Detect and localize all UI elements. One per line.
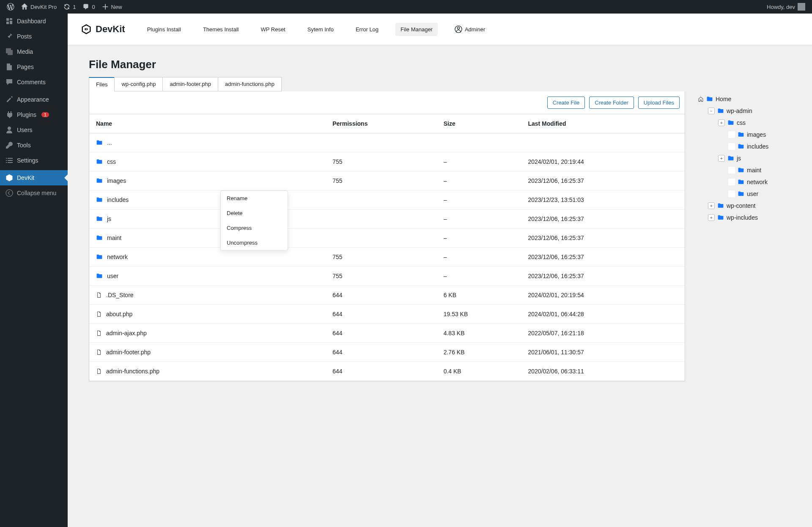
wp-logo[interactable] [3,0,18,14]
col-name[interactable]: Name [89,114,327,133]
sidebar-item-comments[interactable]: Comments [0,74,68,90]
plugin-nav-plugins-install[interactable]: Plugins Install [142,23,186,36]
file-icon [96,349,102,355]
context-compress[interactable]: Compress [221,221,288,235]
plugin-nav-error-log[interactable]: Error Log [351,23,384,36]
plugin-nav-label: Adminer [465,26,485,33]
tab-admin-footer-php[interactable]: admin-footer.php [162,77,218,91]
tree-panel: Home − wp-admin + css [698,91,791,381]
context-rename[interactable]: Rename [221,191,288,206]
sidebar-item-posts[interactable]: Posts [0,29,68,44]
file-name: user [107,273,118,279]
wordpress-icon [7,3,14,11]
howdy-link[interactable]: Howdy, dev [763,0,809,14]
comments-link[interactable]: 0 [79,0,98,14]
tree-expand-icon[interactable]: + [718,119,725,126]
file-panel: Create File Create Folder Upload Files N… [89,91,685,381]
folder-icon [96,273,103,279]
sidebar-item-label: Collapse menu [17,190,56,196]
create-file-button[interactable]: Create File [547,97,585,109]
sidebar-item-collapse-menu[interactable]: Collapse menu [0,185,68,201]
tree-images[interactable]: images [698,129,791,141]
tree-expand-icon[interactable]: + [708,202,715,209]
table-row[interactable]: ... [89,133,685,152]
sidebar-item-appearance[interactable]: Appearance [0,92,68,107]
table-row[interactable]: admin-functions.php6440.4 KB2020/02/06, … [89,362,685,381]
plugin-nav-adminer[interactable]: Adminer [450,22,490,36]
plugin-nav-sytem-info[interactable]: Sytem Info [302,23,339,36]
tree-wp-content[interactable]: + wp-content [698,200,791,212]
table-row[interactable]: .DS_Store6446 KB2024/02/01, 20:19:54 [89,286,685,305]
tree-includes[interactable]: includes [698,141,791,152]
site-name-link[interactable]: DevKit Pro [18,0,60,14]
context-uncompress[interactable]: Uncompress [221,235,288,250]
col-permissions[interactable]: Permissions [327,114,438,133]
updates-link[interactable]: 1 [60,0,79,14]
plugin-nav-wp-reset[interactable]: WP Reset [255,23,290,36]
tree-expand-icon[interactable]: + [708,214,715,221]
admin-sidebar: DashboardPostsMediaPagesCommentsAppearan… [0,14,68,527]
howdy-text: Howdy, dev [767,4,795,10]
tree-maint[interactable]: maint [698,164,791,176]
tree-network[interactable]: network [698,176,791,188]
tree-spacer [728,167,735,174]
tree-collapse-icon[interactable]: − [708,108,715,114]
table-row[interactable]: about.php64419.53 KB2024/02/01, 06:44:28 [89,305,685,324]
sidebar-item-label: Settings [17,157,38,164]
updates-count: 1 [73,4,76,10]
tab-files[interactable]: Files [89,77,115,91]
sidebar-item-pages[interactable]: Pages [0,59,68,74]
file-size: 0.4 KB [439,362,523,381]
sidebar-item-settings[interactable]: Settings [0,153,68,168]
sidebar-item-media[interactable]: Media [0,44,68,59]
file-permissions: 644 [327,324,438,343]
tree-user[interactable]: user [698,188,791,200]
file-permissions: 755 [327,248,438,267]
sidebar-item-plugins[interactable]: Plugins1 [0,107,68,122]
col-size[interactable]: Size [439,114,523,133]
folder-icon [706,96,713,102]
file-size: – [439,229,523,248]
file-size: 6 KB [439,286,523,305]
tree-wp-includes[interactable]: + wp-includes [698,212,791,223]
tree-label: wp-includes [727,214,758,221]
plugin-nav-themes-install[interactable]: Themes Install [198,23,244,36]
upload-files-button[interactable]: Upload Files [638,97,680,109]
folder-icon [717,202,724,209]
tab-wp-config-php[interactable]: wp-config.php [114,77,163,91]
col-modified[interactable]: Last Modified [523,114,685,133]
plugin-nav-file-manager[interactable]: File Manager [395,23,438,36]
devkit-logo-icon [80,23,92,35]
file-size: – [439,190,523,210]
tab-admin-functions-php[interactable]: admin-functions.php [218,77,282,91]
tree-wp-admin[interactable]: − wp-admin [698,105,791,117]
tree-js[interactable]: + js [698,152,791,164]
folder-icon [96,139,103,146]
sidebar-item-tools[interactable]: Tools [0,138,68,153]
file-name: maint [107,235,121,241]
table-row[interactable]: maint–2023/12/06, 16:25:37 [89,229,685,248]
table-row[interactable]: includes–2023/12/23, 13:51:03 [89,190,685,210]
file-permissions [327,133,438,152]
table-row[interactable]: admin-ajax.php6444.83 KB2022/05/07, 16:2… [89,324,685,343]
sidebar-item-dashboard[interactable]: Dashboard [0,14,68,29]
sidebar-item-users[interactable]: Users [0,122,68,138]
appearance-icon [5,95,14,104]
tree-expand-icon[interactable]: + [718,155,725,162]
page-title: File Manager [89,58,791,71]
table-row[interactable]: js–2023/12/06, 16:25:37 [89,210,685,229]
context-delete[interactable]: Delete [221,206,288,221]
folder-icon [727,155,734,162]
create-folder-button[interactable]: Create Folder [589,97,634,109]
table-row[interactable]: images755–2023/12/06, 16:25:37 [89,171,685,190]
sidebar-item-devkit[interactable]: DevKit [0,170,68,185]
tree-css[interactable]: + css [698,117,791,129]
new-link[interactable]: New [99,0,126,14]
folder-icon [717,108,724,114]
table-row[interactable]: css755–2024/02/01, 20:19:44 [89,152,685,171]
tree-label: js [737,155,741,162]
table-row[interactable]: network755–2023/12/06, 16:25:37 [89,248,685,267]
table-row[interactable]: user755–2023/12/06, 16:25:37 [89,267,685,286]
tree-home[interactable]: Home [698,93,791,105]
table-row[interactable]: admin-footer.php6442.76 KB2021/06/01, 11… [89,343,685,362]
